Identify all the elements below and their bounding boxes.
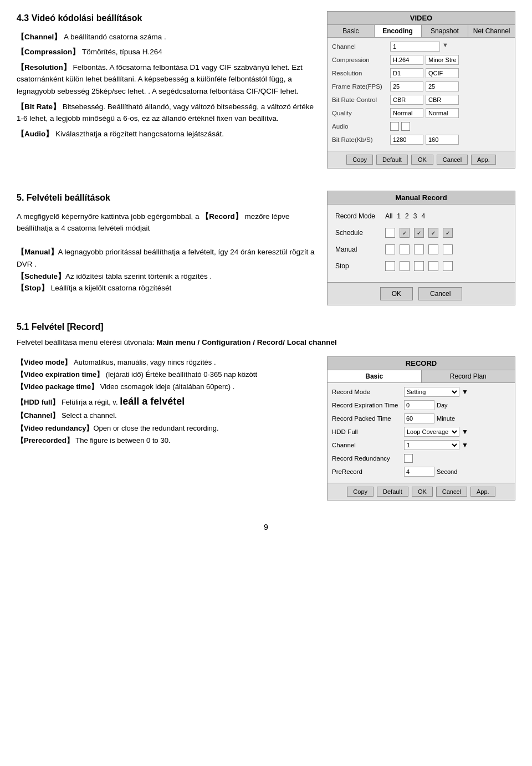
input-channel[interactable]: [390, 42, 440, 52]
prerecorded-desc: 【Prerecorded】 The figure is between 0 to…: [17, 435, 316, 447]
btn-app-video[interactable]: App.: [471, 155, 496, 165]
label-channel: Channel: [332, 43, 390, 50]
channel-select-term: 【Channel】: [17, 411, 59, 420]
schedule-check-1[interactable]: ✓: [400, 228, 410, 238]
tab-basic[interactable]: Basic: [328, 25, 375, 37]
r2-value-redundancy: [404, 454, 413, 463]
record-term: 【Record】: [201, 212, 243, 221]
label-bitrate-kbs: Bit Rate(Kb/S): [332, 136, 390, 143]
btn-cancel-record2[interactable]: Cancel: [436, 487, 467, 497]
btn-cancel-record[interactable]: Cancel: [418, 287, 462, 300]
r2-row-channel: Channel 1 ▼: [332, 440, 510, 451]
label-audio: Audio: [332, 123, 390, 130]
manual-check-1[interactable]: [400, 244, 410, 254]
checkbox-audio-sub[interactable]: [401, 122, 410, 131]
stop-check-1[interactable]: [400, 261, 410, 271]
row-audio: Audio: [332, 121, 510, 132]
btn-ok-record2[interactable]: OK: [412, 487, 433, 497]
btn-default-record2[interactable]: Default: [377, 487, 408, 497]
schedule-check-4[interactable]: ✓: [443, 228, 453, 238]
manual-label: Manual: [335, 246, 385, 253]
path-value: Main menu / Configuration / Record/ Loca…: [156, 338, 337, 346]
stop-checkboxes: [385, 261, 453, 271]
input-framerate[interactable]: [390, 81, 423, 91]
expiration-desc: 【Video expiration time】 (lejárati idő) É…: [17, 369, 316, 381]
manual-record-panel: Manual Record Record Mode All 1 2 3 4 Sc…: [327, 191, 515, 305]
input-quality[interactable]: [390, 108, 423, 118]
r2-input-expiration[interactable]: [404, 400, 434, 410]
input-resolution[interactable]: [390, 68, 423, 78]
video-panel-title: VIDEO: [328, 12, 515, 25]
r2-unit-packed: Minute: [437, 415, 455, 422]
expiration-term: 【Video expiration time】: [17, 370, 104, 379]
r2-select-channel[interactable]: 1: [404, 440, 459, 450]
manual-term: 【Manual】: [17, 248, 58, 256]
input-quality-sub[interactable]: [426, 108, 459, 118]
r2-label-expiration: Record Expiration Time: [332, 402, 404, 408]
input-bitrate-kbs-sub[interactable]: [426, 135, 459, 145]
schedule-check-2[interactable]: ✓: [414, 228, 424, 238]
tab-snapshot[interactable]: Snapshot: [422, 25, 469, 37]
input-compression[interactable]: [390, 55, 423, 65]
tab-basic-record[interactable]: Basic: [328, 370, 422, 382]
record2-tabs: Basic Record Plan: [328, 370, 515, 383]
mode-2: 2: [405, 212, 409, 220]
channel-desc: 【Channel】 A beállítandó csatorna száma .: [17, 31, 316, 43]
manual-check-all[interactable]: [385, 244, 395, 254]
label-resolution: Resolution: [332, 70, 390, 76]
hdd-bold: leáll a felvétel: [120, 396, 185, 407]
audio-term: 【Audio】: [17, 130, 53, 138]
btn-cancel-video[interactable]: Cancel: [437, 155, 468, 165]
section-5-title: 5. Felvételi beállítások: [17, 191, 316, 205]
manual-check-2[interactable]: [414, 244, 424, 254]
r2-select-mode[interactable]: Setting: [404, 387, 459, 397]
r2-input-packed[interactable]: [404, 413, 434, 423]
input-bitrate-control-sub[interactable]: [426, 95, 459, 105]
r2-select-hdd[interactable]: Loop Coverage: [404, 427, 459, 437]
input-framerate-sub[interactable]: [426, 81, 459, 91]
checkbox-audio[interactable]: [390, 122, 399, 131]
redundancy-desc: 【Video redundancy】Open or close the redu…: [17, 422, 316, 435]
tab-net-channel[interactable]: Net Channel: [468, 25, 515, 37]
btn-copy-video[interactable]: Copy: [346, 155, 373, 165]
r2-checkbox-redundancy[interactable]: [404, 454, 413, 463]
r2-input-prerecord[interactable]: [404, 467, 434, 477]
bitrate-term: 【Bit Rate】: [17, 103, 60, 111]
row-quality: Quality: [332, 108, 510, 119]
tab-encoding[interactable]: Encoding: [375, 25, 422, 37]
compression-term: 【Compression】: [17, 48, 80, 56]
row-framerate: Frame Rate(FPS): [332, 81, 510, 92]
stop-check-4[interactable]: [443, 261, 453, 271]
record-mode-label: Record Mode: [335, 212, 385, 220]
schedule-check-all[interactable]: [385, 228, 395, 238]
row-channel: Channel ▼: [332, 41, 510, 52]
input-bitrate-control[interactable]: [390, 95, 423, 105]
r2-unit-prerecord: Second: [437, 468, 457, 475]
btn-default-video[interactable]: Default: [376, 155, 408, 165]
tab-record-plan[interactable]: Record Plan: [422, 370, 515, 382]
record2-panel: RECORD Basic Record Plan Record Mode Set…: [327, 356, 515, 501]
input-resolution-sub[interactable]: [426, 68, 459, 78]
btn-app-record2[interactable]: App.: [470, 487, 495, 497]
row-bitrate-kbs: Bit Rate(Kb/S): [332, 134, 510, 145]
section-43-title: 4.3 Videó kódolási beállítások: [17, 11, 316, 25]
stop-check-3[interactable]: [428, 261, 438, 271]
r2-hdd-arrow: ▼: [462, 428, 468, 436]
btn-ok-record[interactable]: OK: [380, 287, 413, 300]
btn-ok-video[interactable]: OK: [411, 155, 433, 165]
record2-body: Record Mode Setting ▼ Record Expiration …: [328, 383, 515, 483]
stop-check-2[interactable]: [414, 261, 424, 271]
video-panel: VIDEO Basic Encoding Snapshot Net Channe…: [327, 11, 515, 168]
stop-check-all[interactable]: [385, 261, 395, 271]
stop-row: Stop: [335, 260, 507, 272]
manual-check-4[interactable]: [443, 244, 453, 254]
channel-select-desc: 【Channel】 Select a channel.: [17, 410, 316, 422]
r2-value-expiration: Day: [404, 400, 448, 410]
page-number: 9: [17, 523, 515, 532]
mode-all: All: [385, 212, 392, 220]
schedule-check-3[interactable]: ✓: [428, 228, 438, 238]
input-bitrate-kbs[interactable]: [390, 135, 423, 145]
input-minor-stream[interactable]: [426, 55, 459, 65]
btn-copy-record2[interactable]: Copy: [347, 487, 374, 497]
manual-check-3[interactable]: [428, 244, 438, 254]
